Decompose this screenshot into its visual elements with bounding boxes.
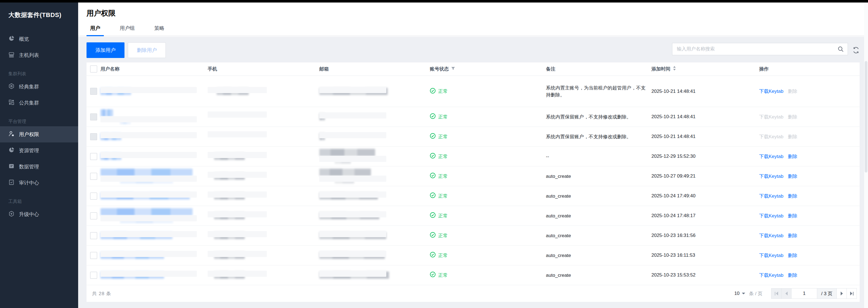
last-page-icon	[850, 292, 852, 296]
sidebar-item-user-permissions[interactable]: 用户权限	[0, 126, 78, 142]
pie-chart-icon	[8, 35, 14, 43]
delete-link[interactable]: 删除	[788, 233, 797, 239]
delete-link: 删除	[788, 114, 797, 120]
add-time: 2025-10-23 15:53:52	[651, 272, 759, 278]
add-time: 2025-12-29 15:52:30	[651, 153, 759, 159]
download-keytab-link[interactable]: 下载Keytab	[759, 88, 783, 95]
download-keytab-link[interactable]: 下载Keytab	[759, 153, 783, 160]
filter-icon[interactable]	[451, 66, 455, 72]
per-page-label: 条 / 页	[749, 290, 763, 297]
sidebar-item-resource-mgmt[interactable]: 资源管理	[0, 142, 78, 159]
pagination: 1 / 3 页	[771, 288, 857, 299]
delete-user-button: 删除用户	[128, 42, 166, 58]
last-page-button[interactable]	[846, 288, 857, 299]
remark-text: 系统内置保留账户，不支持修改或删除。	[546, 113, 631, 121]
row-checkbox[interactable]	[90, 232, 97, 239]
remark-text: auto_create	[546, 232, 571, 239]
status-ok-icon	[430, 272, 436, 279]
tab-users[interactable]: 用户	[87, 25, 104, 36]
sidebar-item-audit-center[interactable]: 审计中心	[0, 175, 78, 191]
tab-policies[interactable]: 策略	[151, 25, 168, 36]
tab-user-groups[interactable]: 用户组	[116, 25, 138, 36]
download-keytab-link[interactable]: 下载Keytab	[759, 193, 783, 199]
row-checkbox[interactable]	[90, 153, 97, 160]
row-checkbox[interactable]	[90, 272, 97, 279]
col-phone: 手机	[208, 66, 319, 72]
refresh-icon[interactable]	[852, 46, 860, 55]
grid-cluster-icon	[8, 99, 14, 107]
download-keytab-link: 下载Keytab	[759, 134, 783, 140]
status-ok-icon	[430, 212, 436, 219]
table-row: 15 正常 auto_create 2025-10-24 17:49:40 下载…	[87, 186, 860, 206]
redacted-username[interactable]	[100, 208, 193, 215]
delete-link[interactable]: 删除	[788, 213, 797, 219]
col-status: 账号状态	[430, 66, 449, 72]
search-icon[interactable]	[837, 46, 844, 54]
sidebar-item-public-cluster[interactable]: 公共集群	[0, 95, 78, 111]
select-all-checkbox[interactable]	[90, 66, 97, 72]
row-checkbox[interactable]	[90, 212, 97, 219]
delete-link: 删除	[788, 88, 797, 95]
row-checkbox	[90, 113, 97, 121]
search-input[interactable]	[672, 43, 848, 55]
add-user-button[interactable]: 添加用户	[87, 42, 124, 58]
clipboard-check-icon	[8, 179, 14, 187]
sidebar-item-hosts[interactable]: 主机列表	[0, 47, 78, 63]
row-checkbox[interactable]	[90, 252, 97, 259]
sidebar-item-classic-cluster[interactable]: 经典集群	[0, 79, 78, 95]
status-badge: 正常	[438, 193, 448, 199]
sidebar-item-overview[interactable]: 概览	[0, 31, 78, 47]
add-time: 2025-10-27 09:49:21	[651, 173, 759, 179]
next-page-button[interactable]	[836, 288, 847, 299]
scrollbar[interactable]	[864, 2, 868, 308]
delete-link[interactable]: 删除	[788, 272, 797, 278]
delete-link[interactable]: 删除	[788, 153, 797, 160]
page-total-label: / 3 页	[817, 288, 837, 299]
prev-page-icon	[785, 292, 787, 296]
add-time: 2025-10-23 16:11:53	[651, 252, 759, 258]
row-checkbox[interactable]	[90, 193, 97, 200]
delete-link[interactable]: 删除	[788, 193, 797, 199]
users-table: 用户名称 手机 邮箱 账号状态 备注 添加时间 操作 130 正常 系统内置主账…	[87, 62, 860, 302]
chevron-down-icon	[742, 293, 745, 296]
download-keytab-link[interactable]: 下载Keytab	[759, 173, 783, 179]
app-title: 大数据套件(TBDS)	[0, 2, 78, 19]
download-keytab-link[interactable]: 下载Keytab	[759, 213, 783, 219]
col-actions: 操作	[759, 66, 860, 72]
redacted-username[interactable]	[100, 109, 113, 116]
scrollbar-thumb[interactable]	[865, 61, 867, 173]
table-row: -- 正常 系统内置保留账户，不支持修改或删除。 2025-10-21 14:4…	[87, 107, 860, 127]
sidebar: 大数据套件(TBDS) 概览 主机列表 集群列表 经典集群 公共集群 平台管理 …	[0, 2, 78, 308]
delete-link: 删除	[788, 134, 797, 140]
page-size-select[interactable]: 10	[734, 291, 745, 296]
sort-icon[interactable]	[673, 66, 676, 72]
first-page-icon	[776, 292, 778, 296]
remark-text: auto_create	[546, 212, 571, 219]
download-keytab-link[interactable]: 下载Keytab	[759, 233, 783, 239]
remark-text: 系统内置主账号，为当前租户的超管用户，不支持删除。	[546, 84, 646, 98]
sidebar-item-upgrade-center[interactable]: 升级中心	[0, 206, 78, 223]
host-list-icon	[8, 52, 14, 59]
first-page-button	[771, 288, 781, 299]
table-header-row: 用户名称 手机 邮箱 账号状态 备注 添加时间 操作	[87, 62, 860, 76]
table-row: 15 正常 auto_create 2025-10-23 16:11:53 下载…	[87, 246, 860, 265]
download-keytab-link: 下载Keytab	[759, 114, 783, 120]
sidebar-section-clusters: 集群列表	[8, 71, 78, 77]
redacted-username[interactable]	[100, 169, 193, 176]
delete-link[interactable]: 删除	[788, 252, 797, 259]
delete-link[interactable]: 删除	[788, 173, 797, 179]
download-keytab-link[interactable]: 下载Keytab	[759, 272, 783, 278]
row-checkbox	[90, 88, 97, 95]
redacted-email	[319, 169, 371, 176]
status-ok-icon	[430, 133, 436, 140]
download-keytab-link[interactable]: 下载Keytab	[759, 252, 783, 259]
row-checkbox[interactable]	[90, 173, 97, 180]
row-checkbox	[90, 133, 97, 140]
page-number-input[interactable]: 1	[791, 288, 817, 299]
next-page-icon	[841, 292, 843, 296]
add-time: 2025-10-23 16:31:56	[651, 233, 759, 238]
add-time: 2025-10-24 17:49:40	[651, 193, 759, 199]
add-time: 2025-10-24 17:48:17	[651, 213, 759, 218]
sidebar-item-data-mgmt[interactable]: 数据管理	[0, 159, 78, 175]
status-badge: 正常	[438, 88, 448, 95]
